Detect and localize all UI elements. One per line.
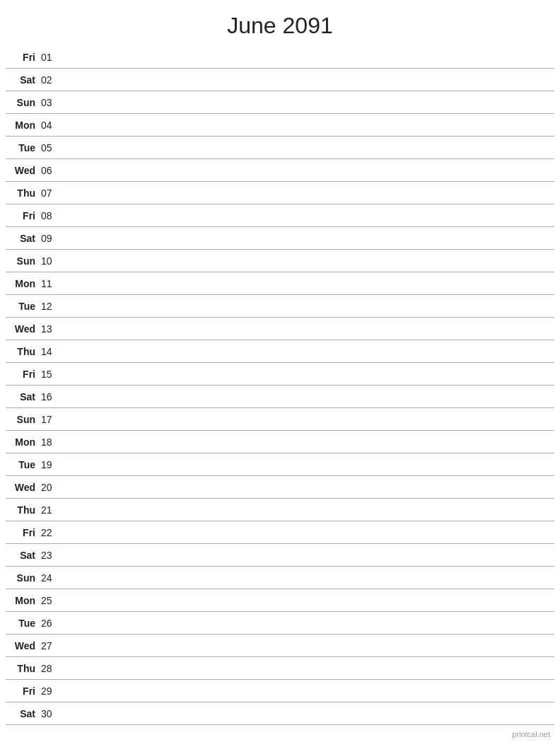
day-number: 12 [40, 301, 61, 312]
day-name: Mon [6, 278, 40, 289]
day-number: 19 [40, 459, 61, 470]
day-number: 27 [40, 640, 61, 652]
day-name: Mon [6, 595, 40, 606]
day-number: 09 [40, 233, 61, 244]
day-name: Tue [6, 301, 40, 312]
day-line [61, 102, 554, 103]
day-row: Sat16 [6, 386, 554, 408]
day-line [61, 328, 554, 329]
day-line [61, 419, 554, 419]
day-line [61, 192, 554, 193]
day-name: Sun [6, 572, 40, 584]
day-name: Tue [6, 142, 40, 154]
day-name: Mon [6, 436, 40, 448]
day-row: Tue19 [6, 453, 554, 476]
day-name: Sun [6, 255, 40, 267]
day-number: 10 [40, 255, 61, 267]
day-name: Thu [6, 663, 40, 674]
day-name: Sun [6, 97, 40, 108]
day-line [61, 396, 554, 397]
day-name: Sun [6, 414, 40, 425]
day-line [61, 238, 554, 238]
day-line [61, 351, 554, 352]
day-row: Tue12 [6, 295, 554, 318]
day-number: 03 [40, 97, 61, 108]
day-number: 11 [40, 278, 61, 289]
watermark: printcal.net [512, 730, 550, 739]
day-line [61, 57, 554, 57]
day-line [61, 668, 554, 668]
day-line [61, 532, 554, 533]
day-number: 25 [40, 595, 61, 606]
day-row: Thu28 [6, 657, 554, 680]
day-line [61, 577, 554, 578]
day-number: 08 [40, 210, 61, 221]
day-row: Sat30 [6, 702, 554, 725]
day-line [61, 147, 554, 148]
day-number: 01 [40, 52, 61, 63]
calendar-grid: Fri01Sat02Sun03Mon04Tue05Wed06Thu07Fri08… [0, 46, 560, 725]
day-row: Thu21 [6, 499, 554, 521]
day-number: 22 [40, 527, 61, 538]
day-line [61, 509, 554, 510]
day-number: 13 [40, 323, 61, 335]
day-line [61, 555, 554, 555]
day-name: Fri [6, 685, 40, 697]
day-name: Fri [6, 210, 40, 221]
day-number: 05 [40, 142, 61, 154]
day-number: 24 [40, 572, 61, 584]
day-row: Thu14 [6, 340, 554, 363]
day-line [61, 79, 554, 80]
day-row: Tue05 [6, 137, 554, 159]
day-row: Sat09 [6, 227, 554, 250]
day-number: 18 [40, 436, 61, 448]
day-line [61, 600, 554, 601]
day-row: Fri08 [6, 204, 554, 227]
day-row: Tue26 [6, 612, 554, 635]
page-title: June 2091 [0, 0, 560, 46]
day-number: 04 [40, 120, 61, 131]
day-name: Thu [6, 187, 40, 199]
day-number: 23 [40, 550, 61, 561]
day-row: Fri01 [6, 46, 554, 69]
day-row: Wed27 [6, 635, 554, 657]
day-row: Sat23 [6, 544, 554, 567]
day-name: Mon [6, 120, 40, 131]
day-name: Thu [6, 346, 40, 357]
day-number: 02 [40, 74, 61, 86]
day-row: Mon11 [6, 272, 554, 295]
day-line [61, 170, 554, 170]
day-row: Mon04 [6, 114, 554, 137]
day-line [61, 306, 554, 306]
day-row: Fri15 [6, 363, 554, 386]
day-row: Fri29 [6, 680, 554, 702]
day-line [61, 645, 554, 646]
day-name: Fri [6, 527, 40, 538]
day-row: Mon25 [6, 589, 554, 612]
day-line [61, 441, 554, 442]
day-name: Sat [6, 233, 40, 244]
day-number: 28 [40, 663, 61, 674]
day-number: 26 [40, 618, 61, 629]
day-line [61, 487, 554, 487]
day-number: 16 [40, 391, 61, 403]
day-name: Sat [6, 708, 40, 719]
day-name: Tue [6, 459, 40, 470]
day-row: Sun17 [6, 408, 554, 431]
day-number: 06 [40, 165, 61, 176]
day-row: Wed13 [6, 318, 554, 340]
day-name: Fri [6, 369, 40, 380]
day-row: Sun10 [6, 250, 554, 272]
day-name: Wed [6, 640, 40, 652]
day-name: Tue [6, 618, 40, 629]
day-name: Thu [6, 504, 40, 516]
day-row: Wed06 [6, 159, 554, 182]
day-number: 07 [40, 187, 61, 199]
day-line [61, 124, 554, 125]
day-row: Wed20 [6, 476, 554, 499]
day-line [61, 464, 554, 465]
day-name: Sat [6, 391, 40, 403]
day-number: 30 [40, 708, 61, 719]
day-row: Thu07 [6, 182, 554, 204]
day-number: 14 [40, 346, 61, 357]
